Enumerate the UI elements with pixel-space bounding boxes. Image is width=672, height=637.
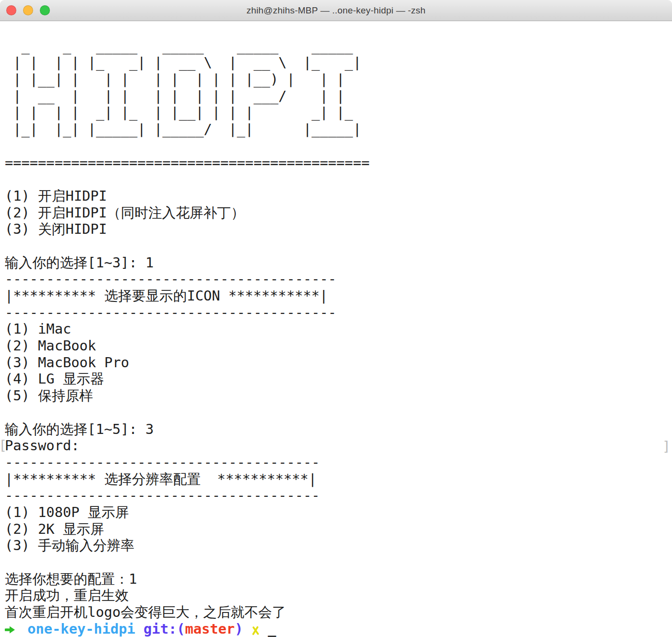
divider-dashes: ----------------------------------------	[5, 304, 672, 321]
resolution-option-2: (2) 2K 显示屏	[5, 521, 672, 538]
menu-option-3: (3) 关闭HIDPI	[5, 221, 672, 238]
icon-option-4: (4) LG 显示器	[5, 371, 672, 387]
icon-option-5: (5) 保持原样	[5, 387, 672, 404]
secure-input-bracket: ]	[662, 438, 671, 455]
terminal-cursor: _	[268, 621, 276, 637]
divider-equals: ========================================…	[5, 155, 672, 171]
icon-option-2: (2) MacBook	[5, 337, 672, 354]
resolution-section-header: |********** 选择分辨率配置 ***********|	[5, 471, 672, 488]
divider-dashes: ----------------------------------------	[5, 271, 672, 288]
ascii-banner-line: _ _ _____ _____ _____ _____	[5, 38, 672, 55]
arrow-right-icon	[5, 621, 16, 637]
terminal-line	[5, 138, 672, 155]
ascii-banner-line: | |__| | | | | | | | | |__) | | |	[5, 71, 672, 88]
window-title: zhih@zhihs-MBP — ..one-key-hidpi — -zsh	[246, 5, 425, 16]
terminal-window: zhih@zhihs-MBP — ..one-key-hidpi — -zsh …	[0, 0, 672, 637]
config-choice: 选择你想要的配置：1	[5, 571, 672, 588]
success-message: 开启成功，重启生效	[5, 587, 672, 604]
prompt-git-branch: master	[185, 621, 235, 637]
terminal-line	[5, 404, 672, 421]
close-button[interactable]	[6, 5, 16, 15]
traffic-lights	[6, 0, 50, 21]
prompt-git-prefix: git:(	[144, 621, 185, 637]
window-titlebar[interactable]: zhih@zhihs-MBP — ..one-key-hidpi — -zsh	[0, 0, 672, 21]
resolution-option-3: (3) 手动输入分辨率	[5, 537, 672, 554]
ascii-banner-line: | | | | _| |_ | |__| | | | _| |_	[5, 104, 672, 121]
ascii-banner-line: |_| |_| |_____| |_____/ |_| |_____|	[5, 121, 672, 138]
choice-prompt-1: 输入你的选择[1~3]: 1	[5, 254, 672, 271]
ascii-banner-line: | | | | |_ _| | __ \ | __ \ |_ _|	[5, 54, 672, 71]
secure-input-bracket: [	[0, 437, 7, 454]
terminal-body[interactable]: _ _ _____ _____ _____ _____ | | | | |_ _…	[0, 21, 672, 637]
terminal-line	[5, 21, 672, 38]
minimize-button[interactable]	[23, 5, 33, 15]
zoom-button[interactable]	[40, 5, 50, 15]
menu-option-2: (2) 开启HIDPI（同时注入花屏补丁）	[5, 204, 672, 221]
terminal-line	[5, 238, 672, 254]
x-mark-icon	[252, 621, 260, 637]
terminal-line	[5, 171, 672, 188]
icon-section-header: |********** 选择要显示的ICON ***********|	[5, 288, 672, 304]
icon-option-3: (3) MacBook Pro	[5, 354, 672, 371]
divider-dashes: --------------------------------------	[5, 487, 672, 504]
resolution-option-1: (1) 1080P 显示屏	[5, 504, 672, 521]
shell-prompt-line: one-key-hidpi git:(master) _	[5, 621, 672, 637]
choice-prompt-2: 输入你的选择[1~5]: 3	[5, 421, 672, 438]
prompt-git-suffix: )	[235, 621, 243, 637]
password-prompt: Password:[]	[5, 437, 672, 454]
icon-option-1: (1) iMac	[5, 321, 672, 337]
notice-message: 首次重启开机logo会变得巨大，之后就不会了	[5, 604, 672, 621]
terminal-line	[5, 554, 672, 571]
prompt-directory: one-key-hidpi	[27, 621, 135, 637]
menu-option-1: (1) 开启HIDPI	[5, 188, 672, 204]
ascii-banner-line: | __ | | | | | | | | ___/ | |	[5, 88, 672, 105]
divider-dashes: --------------------------------------	[5, 454, 672, 471]
